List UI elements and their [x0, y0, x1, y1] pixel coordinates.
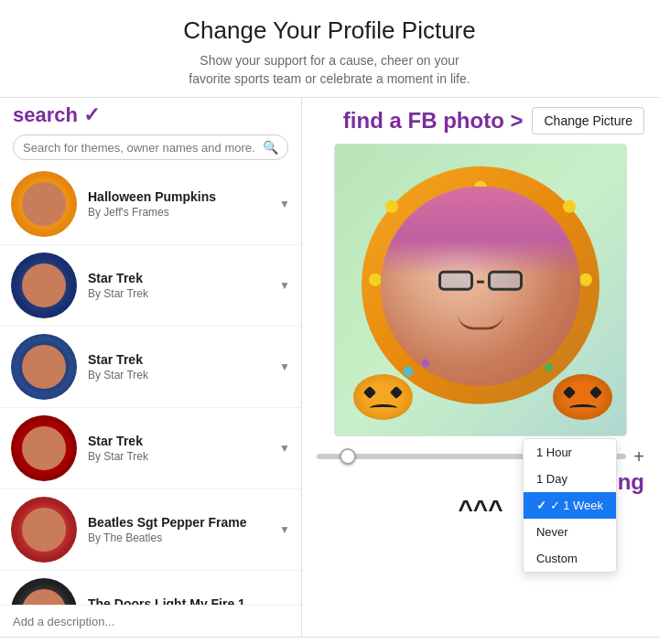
- change-picture-button[interactable]: Change Picture: [532, 107, 644, 134]
- find-fb-label: find a FB photo >: [343, 108, 524, 134]
- bottom-bar: < choose page Switch back to previous pr…: [0, 637, 659, 644]
- photo-circle: [381, 187, 580, 386]
- hair: [381, 187, 580, 276]
- frame-name: Beatles Sgt Pepper Frame: [88, 515, 272, 530]
- left-lens: [438, 270, 473, 290]
- page-title: Change Your Profile Picture: [18, 16, 641, 45]
- preview-area: [334, 144, 627, 436]
- face-photo: [381, 187, 580, 386]
- ring-dot: [369, 274, 382, 286]
- frame-name: Star Trek: [88, 434, 272, 448]
- frame-expand-icon[interactable]: ▼: [279, 523, 290, 536]
- right-lens: [488, 270, 523, 290]
- frame-author: By The Beatles: [88, 531, 272, 544]
- dropdown-item[interactable]: ✓ 1 Week: [524, 492, 616, 519]
- pumpkin-mouth: [370, 404, 397, 412]
- dropdown-item[interactable]: 1 Hour: [524, 439, 616, 466]
- frame-author: By Jeff's Frames: [88, 206, 272, 219]
- frame-list: Halloween Pumpkins By Jeff's Frames ▼ St…: [0, 164, 301, 605]
- frame-info: Star Trek By Star Trek: [88, 434, 272, 463]
- frame-item[interactable]: Halloween Pumpkins By Jeff's Frames ▼: [0, 164, 301, 245]
- person-avatar: [22, 182, 66, 226]
- description-bar[interactable]: [0, 605, 301, 637]
- search-header: search ✓ 🔍: [0, 98, 301, 164]
- pumpkin-body-right: [553, 374, 612, 420]
- duration-dropdown: 1 Hour1 Day✓ 1 WeekNeverCustom: [523, 438, 617, 573]
- frame-author: By Star Trek: [88, 287, 272, 300]
- pumpkin-eye-right-r: [589, 386, 602, 399]
- frame-info: Star Trek By Star Trek: [88, 352, 272, 381]
- halloween-frame: [335, 145, 626, 435]
- glasses: [438, 270, 523, 290]
- frame-item[interactable]: Star Trek By Star Trek ▼: [0, 408, 301, 489]
- frame-info: The Doors Light My Fire 1 By The Doors: [88, 596, 272, 605]
- frame-name: Star Trek: [88, 352, 272, 367]
- frame-thumb: [11, 334, 77, 400]
- frame-name: Star Trek: [88, 271, 272, 285]
- frame-thumb: [11, 415, 77, 481]
- dropdown-item[interactable]: Never: [524, 519, 616, 545]
- frame-info: Halloween Pumpkins By Jeff's Frames: [88, 189, 272, 219]
- frame-author: By Star Trek: [88, 450, 272, 463]
- bridge: [477, 281, 484, 284]
- search-input[interactable]: [23, 141, 263, 155]
- frame-expand-icon[interactable]: ▼: [279, 442, 290, 455]
- frame-item[interactable]: Star Trek By Star Trek ▼: [0, 327, 301, 408]
- pumpkin-right: [553, 374, 612, 424]
- main-layout: search ✓ 🔍 Halloween Pumpkins By Jeff's …: [0, 97, 659, 637]
- frame-name: Halloween Pumpkins: [88, 189, 272, 204]
- frame-thumb: [11, 497, 77, 563]
- right-panel: find a FB photo > Change Picture: [302, 98, 659, 637]
- frame-thumb: [11, 252, 77, 318]
- frame-item[interactable]: The Doors Light My Fire 1 By The Doors ▼: [0, 571, 301, 605]
- duration-controls: + 1 Hour1 Day✓ 1 WeekNeverCustom < how l…: [317, 447, 644, 524]
- person-avatar: [22, 426, 66, 470]
- pumpkin-eye-left: [363, 386, 376, 399]
- frame-info: Star Trek By Star Trek: [88, 271, 272, 300]
- person-avatar: [22, 263, 66, 307]
- frame-name: The Doors Light My Fire 1: [88, 596, 272, 605]
- frame-author: By Star Trek: [88, 369, 272, 381]
- frame-thumb: [11, 578, 77, 605]
- frame-thumb: [11, 171, 77, 237]
- slider-thumb[interactable]: [340, 448, 356, 465]
- dropdown-item[interactable]: Custom: [524, 545, 616, 572]
- pumpkin-eye-left-r: [563, 386, 576, 399]
- frame-expand-icon[interactable]: ▼: [279, 279, 290, 292]
- frame-item[interactable]: Beatles Sgt Pepper Frame By The Beatles …: [0, 489, 301, 571]
- person-avatar: [22, 508, 66, 552]
- find-fb-row: find a FB photo > Change Picture: [317, 107, 644, 134]
- search-label: search ✓: [13, 103, 288, 127]
- pumpkin-body-left: [353, 374, 413, 420]
- slider-plus-icon: +: [633, 447, 644, 466]
- dropdown-item[interactable]: 1 Day: [524, 466, 616, 492]
- pumpkin-left: [353, 374, 413, 424]
- pumpkin-eye-right: [390, 386, 403, 399]
- page-subtitle: Show your support for a cause, cheer on …: [183, 52, 476, 88]
- left-panel: search ✓ 🔍 Halloween Pumpkins By Jeff's …: [0, 98, 302, 637]
- frame-item[interactable]: Star Trek By Star Trek ▼: [0, 245, 301, 327]
- page-header: Change Your Profile Picture Show your su…: [0, 0, 659, 97]
- ring-dot: [579, 274, 592, 286]
- search-bar[interactable]: 🔍: [13, 134, 288, 160]
- frame-expand-icon[interactable]: ▼: [279, 198, 290, 210]
- person-avatar: [22, 589, 66, 605]
- description-input[interactable]: [13, 615, 288, 628]
- pumpkin-mouth-r: [569, 404, 597, 412]
- person-avatar: [22, 345, 66, 389]
- frame-info: Beatles Sgt Pepper Frame By The Beatles: [88, 515, 272, 544]
- search-icon: 🔍: [263, 140, 278, 155]
- smile: [458, 314, 503, 330]
- frame-expand-icon[interactable]: ▼: [279, 360, 290, 373]
